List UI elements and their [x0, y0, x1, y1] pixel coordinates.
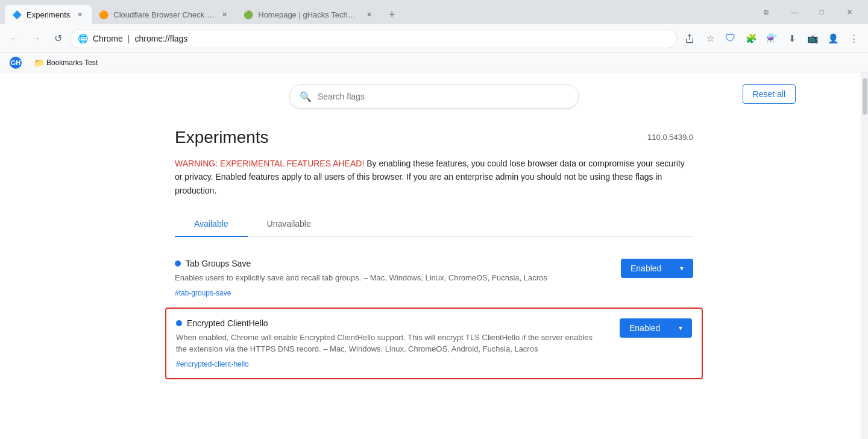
bookmark-button[interactable]: ☆: [700, 29, 720, 48]
flag-info-encrypted-client-hello: Encrypted ClientHello When enabled, Chro…: [176, 318, 620, 368]
folder-icon: 📁: [34, 58, 44, 68]
flag-item-encrypted-client-hello: Encrypted ClientHello When enabled, Chro…: [165, 308, 703, 379]
menu-button[interactable]: ⋮: [844, 29, 863, 48]
ghacks-tab-title: Homepage | gHacks Technology ...: [258, 10, 359, 19]
flag-control-tab-groups-save: Enabled ▾: [621, 259, 693, 278]
close-button[interactable]: ✕: [835, 4, 863, 21]
forward-button[interactable]: →: [27, 29, 46, 48]
experiments-content: Experiments 110.0.5439.0 WARNING: EXPERI…: [175, 128, 693, 379]
reset-all-button[interactable]: Reset all: [743, 84, 796, 104]
bookmark-label: Bookmarks Test: [46, 58, 98, 67]
download-button[interactable]: ⬇: [782, 29, 802, 48]
flask-icon[interactable]: ⚗️: [762, 29, 781, 48]
scrollbar-thumb[interactable]: [863, 78, 867, 115]
address-bar[interactable]: 🌐 Chrome | chrome://flags: [70, 29, 678, 48]
flag-item-tab-groups-save: Tab Groups Save Enables users to explici…: [175, 249, 693, 308]
page-title: Experiments: [175, 128, 269, 147]
title-bar: 🔷 Experiments ✕ 🟠 Cloudflare Browser Che…: [0, 0, 868, 24]
enabled-dropdown-tab-groups-save[interactable]: Enabled ▾: [621, 259, 693, 278]
new-tab-button[interactable]: +: [383, 6, 400, 23]
flag-desc-tab-groups-save: Enables users to explicitly save and rec…: [175, 272, 606, 284]
search-input[interactable]: [318, 92, 568, 101]
flag-info-tab-groups-save: Tab Groups Save Enables users to explici…: [175, 259, 621, 297]
tab-experiments[interactable]: 🔷 Experiments ✕: [5, 5, 92, 24]
tab-cloudflare[interactable]: 🟠 Cloudflare Browser Check | Clou... ✕: [92, 5, 236, 24]
enabled-dropdown-encrypted-client-hello[interactable]: Enabled ▾: [620, 318, 692, 338]
address-url: chrome://flags: [134, 34, 187, 43]
flag-desc-encrypted-client-hello: When enabled, Chrome will enable Encrypt…: [176, 332, 605, 355]
address-separator: |: [128, 34, 130, 43]
cloudflare-tab-title: Cloudflare Browser Check | Clou...: [113, 10, 215, 19]
bookmarks-bar: GH 📁 Bookmarks Test: [0, 53, 868, 72]
toolbar: ← → ↺ 🌐 Chrome | chrome://flags ☆ 🛡 🧩 ⚗️…: [0, 24, 868, 53]
dropdown-arrow-icon-ech: ▾: [679, 324, 682, 332]
cast-button[interactable]: 📺: [803, 29, 822, 48]
flag-name-encrypted-client-hello: Encrypted ClientHello: [176, 318, 605, 328]
reload-button[interactable]: ↺: [48, 29, 68, 48]
extensions-button[interactable]: 🧩: [741, 29, 761, 48]
back-button[interactable]: ←: [5, 29, 24, 48]
search-icon: 🔍: [300, 91, 312, 103]
toolbar-actions: ☆ 🛡 🧩 ⚗️ ⬇ 📺 👤 ⋮: [680, 29, 863, 48]
window-controls: ⧉ — □ ✕: [752, 4, 863, 21]
cloudflare-tab-icon: 🟠: [99, 10, 108, 19]
tab-unavailable[interactable]: Unavailable: [248, 212, 330, 237]
flag-dot-encrypted-client-hello: [176, 320, 182, 326]
experiments-tab-icon: 🔷: [12, 10, 22, 19]
restore-button[interactable]: ⧉: [752, 4, 780, 21]
ghacks-tab-icon: 🟢: [244, 10, 253, 19]
bookmark-gh[interactable]: GH: [5, 54, 27, 71]
bookmark-bookmarks-test[interactable]: 📁 Bookmarks Test: [29, 55, 102, 70]
maximize-button[interactable]: □: [808, 4, 835, 21]
flag-name-tab-groups-save: Tab Groups Save: [175, 259, 606, 268]
experiments-tab-title: Experiments: [27, 10, 70, 19]
address-security-icon: 🌐: [78, 34, 88, 43]
share-button[interactable]: [680, 29, 699, 48]
cloudflare-tab-close[interactable]: ✕: [219, 10, 229, 19]
flag-control-encrypted-client-hello: Enabled ▾: [620, 318, 692, 338]
profile-button[interactable]: 👤: [823, 29, 843, 48]
search-bar-container: 🔍: [289, 84, 579, 109]
flag-anchor-tab-groups-save[interactable]: #tab-groups-save: [175, 289, 231, 297]
warning-text: WARNING: EXPERIMENTAL FEATURES AHEAD! By…: [175, 157, 693, 197]
page-content: 🔍 Reset all Experiments 110.0.5439.0 WAR…: [0, 72, 868, 439]
experiments-header: Experiments 110.0.5439.0: [175, 128, 693, 147]
browser-name: Chrome: [93, 34, 123, 43]
experiments-tab-close[interactable]: ✕: [75, 10, 84, 19]
flag-dot-tab-groups-save: [175, 261, 181, 267]
minimize-button[interactable]: —: [780, 4, 808, 21]
search-bar[interactable]: 🔍: [289, 84, 579, 109]
tab-ghacks[interactable]: 🟢 Homepage | gHacks Technology ... ✕: [236, 5, 381, 24]
gh-badge-icon: GH: [10, 57, 22, 69]
shield-icon[interactable]: 🛡: [721, 29, 740, 48]
ghacks-tab-close[interactable]: ✕: [364, 10, 374, 19]
dropdown-arrow-icon: ▾: [680, 264, 684, 273]
flag-anchor-encrypted-client-hello[interactable]: #encrypted-client-hello: [176, 360, 249, 368]
tab-available[interactable]: Available: [175, 212, 248, 237]
version-text: 110.0.5439.0: [647, 133, 693, 142]
tabs-container: Available Unavailable: [175, 212, 693, 237]
scrollbar[interactable]: [861, 72, 868, 439]
warning-highlight: WARNING: EXPERIMENTAL FEATURES AHEAD!: [175, 159, 364, 168]
